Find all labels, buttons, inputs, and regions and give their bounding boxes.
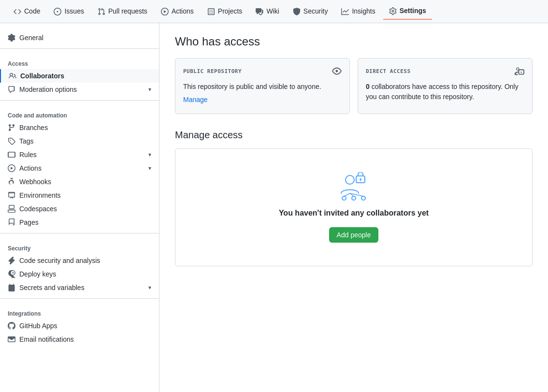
sidebar-item-github-apps[interactable]: GitHub Apps [0,319,159,333]
moderation-icon [8,86,15,93]
webhooks-icon [8,178,15,186]
sidebar-item-rules[interactable]: Rules ▾ [0,148,159,161]
section-header-integrations: Integrations [0,303,159,319]
public-repo-label: PUBLIC REPOSITORY [183,68,242,74]
nav-projects[interactable]: Projects [202,3,248,19]
collaborators-icon [9,72,16,80]
github-apps-icon [8,322,15,330]
nav-settings-label: Settings [400,7,426,15]
collaborator-count: 0 [366,83,370,90]
secrets-icon [8,284,15,291]
nav-wiki-label: Wiki [266,7,279,15]
eye-icon [332,66,342,76]
page-title: Who has access [175,35,533,48]
svg-point-6 [361,196,365,200]
direct-access-text: 0 collaborators have access to this repo… [366,82,524,102]
direct-access-text-suffix: collaborators have access to this reposi… [366,83,519,101]
actions-label: Actions [19,164,42,172]
environments-icon [8,191,15,199]
code-icon [14,7,21,15]
sidebar-item-pages[interactable]: Pages [0,216,159,229]
code-security-label: Code security and analysis [19,257,100,264]
rules-chevron: ▾ [148,151,151,158]
moderation-chevron: ▾ [148,86,151,93]
nav-actions-label: Actions [172,7,194,15]
nav-issues-label: Issues [64,7,84,15]
collaborator-illustration [187,172,520,201]
rules-label: Rules [19,151,37,159]
projects-icon [207,7,215,15]
manage-access-title: Manage access [175,130,533,141]
svg-point-5 [352,196,356,200]
section-header-access: Access [0,53,159,69]
sidebar-item-actions[interactable]: Actions ▾ [0,161,159,175]
sidebar-item-webhooks[interactable]: Webhooks [0,175,159,189]
main-layout: General Access Collaborators Moderation … [0,23,548,392]
email-notifications-label: Email notifications [19,335,74,343]
public-repo-header: PUBLIC REPOSITORY [183,66,342,76]
pages-label: Pages [19,218,39,226]
svg-point-0 [346,175,354,184]
collaborators-label: Collaborators [20,72,64,80]
sidebar-item-branches[interactable]: Branches [0,121,159,134]
actions-chevron: ▾ [148,165,151,172]
svg-point-2 [360,178,361,180]
webhooks-label: Webhooks [19,178,51,186]
sidebar-item-code-security[interactable]: Code security and analysis [0,254,159,267]
secrets-label: Secrets and variables [19,284,85,291]
settings-icon [389,7,397,15]
manage-link[interactable]: Manage [183,96,208,103]
nav-actions[interactable]: Actions [155,3,200,19]
sidebar-item-codespaces[interactable]: Codespaces [0,202,159,216]
nav-insights[interactable]: Insights [335,3,381,19]
nav-insights-label: Insights [352,7,375,15]
pull-request-icon [98,7,105,15]
wiki-icon [256,7,263,15]
sidebar: General Access Collaborators Moderation … [0,23,159,392]
public-repo-card: PUBLIC REPOSITORY This repository is pub… [175,58,350,114]
nav-settings[interactable]: Settings [383,3,432,20]
sidebar-item-environments[interactable]: Environments [0,189,159,202]
insights-icon [341,7,349,15]
nav-pull-requests-label: Pull requests [108,7,147,15]
codespaces-label: Codespaces [19,205,57,213]
environments-label: Environments [19,191,61,199]
svg-line-7 [344,193,350,196]
branches-label: Branches [19,124,48,131]
direct-access-label: DIRECT ACCESS [366,68,411,74]
github-apps-label: GitHub Apps [19,322,58,330]
person-lock-icon [515,66,524,76]
sidebar-item-deploy-keys[interactable]: Deploy keys [0,267,159,281]
section-header-code: Code and automation [0,104,159,121]
issues-icon [54,7,61,15]
tags-icon [8,137,15,145]
security-icon [293,7,301,15]
sidebar-item-collaborators[interactable]: Collaborators [0,69,159,83]
nav-pull-requests[interactable]: Pull requests [92,3,153,19]
code-security-icon [8,257,15,264]
email-icon [8,335,15,343]
direct-access-header: DIRECT ACCESS [366,66,524,76]
add-people-button[interactable]: Add people [329,227,379,243]
sidebar-item-email-notifications[interactable]: Email notifications [0,333,159,346]
codespaces-icon [8,205,15,213]
deploy-keys-icon [8,270,15,278]
actions-icon [161,7,169,15]
nav-security[interactable]: Security [287,3,334,19]
general-label: General [19,34,43,42]
main-content: Who has access PUBLIC REPOSITORY This re… [159,23,548,392]
direct-access-card: DIRECT ACCESS 0 collaborators have acces… [358,58,533,114]
nav-code[interactable]: Code [8,3,46,19]
deploy-keys-label: Deploy keys [19,270,56,278]
sidebar-item-general[interactable]: General [0,31,159,44]
nav-issues[interactable]: Issues [48,3,89,19]
sidebar-item-tags[interactable]: Tags [0,134,159,148]
secrets-chevron: ▾ [148,284,151,291]
nav-wiki[interactable]: Wiki [250,3,285,19]
public-repo-text: This repository is public and visible to… [183,82,342,92]
top-navigation: Code Issues Pull requests Actions Projec… [0,0,548,23]
sidebar-item-moderation[interactable]: Moderation options ▾ [0,83,159,96]
sidebar-item-secrets[interactable]: Secrets and variables ▾ [0,281,159,294]
pages-icon [8,218,15,226]
svg-point-4 [342,196,346,200]
